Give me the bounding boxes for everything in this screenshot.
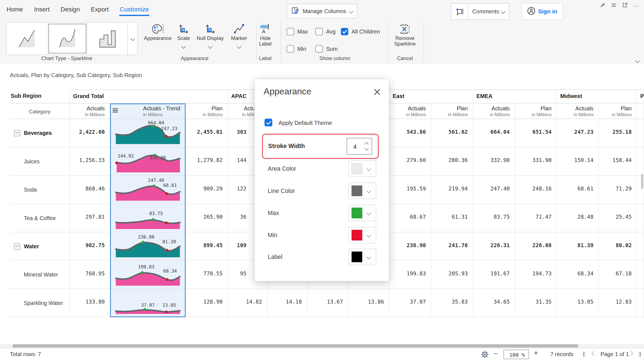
cell-gt-plan: 909.29: [186, 176, 228, 204]
appearance-button[interactable]: Appearance: [139, 23, 177, 41]
cell-midwest-actuals: 81.39: [557, 232, 599, 261]
remove-sparkline-button[interactable]: Remove Sparkline: [392, 23, 418, 47]
chevron-down-icon[interactable]: [174, 44, 193, 49]
tab-customize[interactable]: Customize: [120, 6, 149, 15]
cell-east-actuals: 279.60: [389, 147, 431, 176]
prev-page-button[interactable]: [592, 352, 596, 355]
checkbox-all-children[interactable]: All Children: [341, 28, 380, 35]
tab-design[interactable]: Design: [61, 6, 80, 15]
drag-handle-icon[interactable]: [113, 108, 118, 113]
col-header-actuals[interactable]: Actualsin Millions: [70, 103, 110, 119]
col-header-actuals-trend[interactable]: Actuals - Trendin Millions: [110, 103, 186, 119]
row-label-sub[interactable]: Soda: [10, 176, 70, 204]
cell-actuals-trend-sparkline[interactable]: 37.0713.05: [110, 289, 186, 317]
collapse-toggle-icon[interactable]: [14, 243, 20, 249]
chevron-down-icon[interactable]: [194, 44, 227, 49]
close-icon[interactable]: [373, 88, 381, 96]
checkbox-avg[interactable]: Avg: [315, 28, 335, 35]
add-comment-icon[interactable]: [451, 4, 468, 19]
settings-gear-icon[interactable]: [480, 350, 489, 360]
next-page-button[interactable]: [629, 352, 633, 355]
last-page-button[interactable]: [637, 352, 641, 357]
vertical-scrollbar-thumb[interactable]: [641, 174, 643, 189]
chart-type-column[interactable]: [87, 23, 128, 55]
zoom-level-box[interactable]: [503, 350, 529, 359]
chevron-down-icon[interactable]: [228, 44, 250, 49]
corner-header: Sub Region: [10, 89, 70, 103]
col-header-midwest-actuals[interactable]: Actualsin Millions: [557, 103, 599, 119]
zoom-level-input[interactable]: [504, 350, 530, 359]
more-icon[interactable]: ⋯: [633, 3, 639, 9]
line-color-dropdown[interactable]: [348, 183, 376, 199]
cell-east-actuals: 236.90: [389, 232, 431, 261]
cell-midwest-actuals: 68.61: [557, 176, 599, 204]
checkbox-all-children-label: All Children: [352, 28, 380, 35]
hide-label-button[interactable]: A Hide Label: [255, 23, 276, 47]
scale-axes-icon: [194, 23, 227, 35]
zoom-in-button[interactable]: +: [532, 349, 539, 357]
cell-emea-actuals: 191.67: [473, 261, 515, 289]
cell-actuals-trend-sparkline[interactable]: 664.04247.23: [110, 119, 186, 147]
checkbox-max[interactable]: Max: [287, 28, 308, 35]
cell-midwest-plan: 158.44: [599, 147, 637, 176]
comments-button[interactable]: Comments: [451, 3, 509, 20]
row-label-group[interactable]: Water: [10, 232, 70, 261]
col-header-east-plan[interactable]: Planin Millions: [431, 103, 473, 119]
null-display-button[interactable]: Null Display: [194, 23, 227, 49]
col-header-emea-plan[interactable]: Planin Millions: [515, 103, 557, 119]
page-indicator: Page 1 of 1: [600, 351, 629, 357]
ribbon-collapse-button[interactable]: [636, 57, 639, 64]
tab-home[interactable]: Home: [7, 6, 23, 15]
checkbox-sum[interactable]: Sum: [315, 45, 337, 53]
scale-button-label: Scale: [174, 35, 193, 41]
gallery-more-button[interactable]: [127, 22, 138, 55]
label-color-dropdown[interactable]: [348, 249, 376, 265]
expand-icon[interactable]: [622, 2, 628, 9]
row-label-sub[interactable]: Mineral Water: [10, 261, 70, 289]
zoom-out-button[interactable]: −: [492, 350, 499, 358]
row-label-sub[interactable]: Sparkling Water: [10, 289, 70, 317]
first-page-button[interactable]: [583, 352, 587, 357]
cell-actuals-trend-sparkline[interactable]: 247.4068.61: [110, 176, 186, 204]
palette-icon: [139, 23, 177, 35]
apply-default-theme-label: Apply Default Theme: [278, 119, 332, 126]
row-label-group[interactable]: Beverages: [10, 119, 70, 147]
tab-export[interactable]: Export: [91, 6, 109, 15]
stroke-width-stepper[interactable]: [347, 138, 372, 155]
area-color-dropdown[interactable]: [348, 161, 376, 177]
sign-in-button[interactable]: Sign in: [522, 3, 562, 20]
tab-insert[interactable]: Insert: [34, 6, 49, 15]
cell-midwest-actuals: 68.34: [557, 261, 599, 289]
user-avatar-icon: [527, 7, 536, 16]
pin-icon[interactable]: [600, 2, 605, 9]
col-header-east-actuals[interactable]: Actualsin Millions: [389, 103, 431, 119]
cell-actuals-trend-sparkline[interactable]: 199.8368.34: [110, 261, 186, 289]
marker-button[interactable]: Marker: [228, 23, 250, 49]
cell-pacific: [637, 147, 644, 176]
col-header-plan[interactable]: Planin Millions: [186, 103, 228, 119]
cell-actuals-trend-sparkline[interactable]: 144.92332.90: [110, 147, 186, 176]
chart-type-gallery: [6, 22, 128, 55]
chart-type-line[interactable]: [7, 23, 47, 55]
remove-sparkline-line1: Remove: [392, 35, 418, 41]
checkbox-min[interactable]: Min: [287, 45, 306, 53]
cell-midwest-plan: 67.18: [599, 261, 637, 289]
row-label-sub[interactable]: Juices: [10, 147, 70, 176]
scale-button[interactable]: Scale: [174, 23, 193, 49]
cell-east-actuals: 195.59: [389, 176, 431, 204]
max-color-dropdown[interactable]: [348, 205, 376, 221]
apply-default-theme-checkbox[interactable]: Apply Default Theme: [264, 119, 332, 127]
horizontal-scrollbar-thumb[interactable]: [12, 344, 578, 348]
cell-actuals-trend-sparkline[interactable]: 236.9081.39: [110, 232, 186, 261]
table-row: Sparkling Water133.8037.0713.05128.9014.…: [10, 289, 644, 317]
min-color-dropdown[interactable]: [348, 227, 376, 244]
cell-actuals-trend-sparkline[interactable]: 83.75: [110, 204, 186, 232]
col-header-emea-actuals[interactable]: Actualsin Millions: [473, 103, 515, 119]
collapse-toggle-icon[interactable]: [14, 130, 20, 136]
chart-type-area-selected[interactable]: [47, 23, 87, 55]
align-icon[interactable]: [611, 2, 616, 9]
area-color-label: Area Color: [268, 165, 296, 172]
col-header-midwest-plan[interactable]: Planin Millions: [599, 103, 637, 119]
row-label-sub[interactable]: Tea & Coffee: [10, 204, 70, 232]
manage-columns-button[interactable]: Manage Columns: [287, 4, 357, 18]
